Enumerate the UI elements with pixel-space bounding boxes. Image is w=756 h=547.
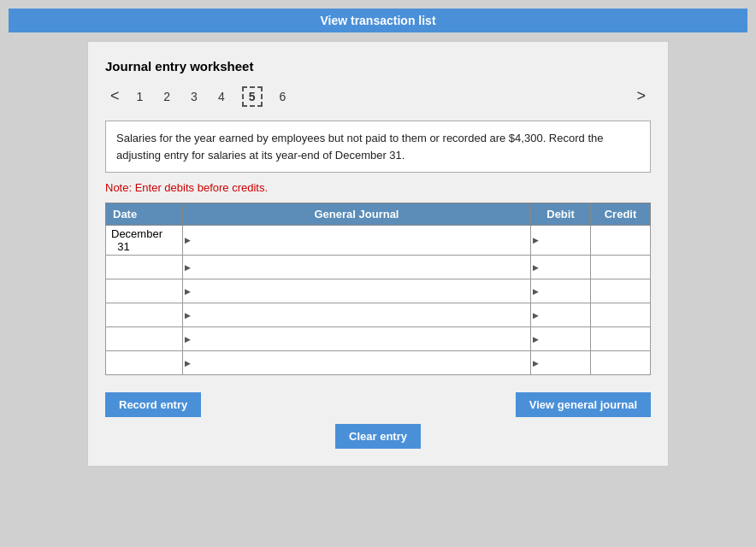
table-row — [106, 256, 651, 279]
journal-cell-4[interactable] — [183, 303, 531, 327]
col-header-debit: Debit — [531, 203, 591, 226]
debit-cell-6[interactable] — [531, 351, 591, 375]
journal-table: Date General Journal Debit Credit Decemb… — [105, 203, 651, 375]
debit-cell-5[interactable] — [531, 327, 591, 351]
journal-cell-5[interactable] — [183, 327, 531, 351]
description-box: Salaries for the year earned by employee… — [105, 121, 651, 173]
col-header-journal: General Journal — [183, 203, 531, 226]
bottom-buttons-area: Record entry View general journal Clear … — [105, 392, 651, 449]
date-cell-6[interactable] — [106, 351, 183, 375]
page-4[interactable]: 4 — [215, 88, 228, 105]
clear-entry-button[interactable]: Clear entry — [335, 424, 421, 449]
page-1[interactable]: 1 — [133, 88, 147, 105]
page-numbers: 1 2 3 4 5 6 — [133, 86, 290, 107]
pagination-row: < 1 2 3 4 5 6 > — [105, 85, 651, 107]
view-transaction-button[interactable]: View transaction list — [9, 9, 747, 32]
view-general-journal-button[interactable]: View general journal — [516, 392, 651, 417]
credit-cell-4[interactable] — [591, 303, 651, 327]
page-3[interactable]: 3 — [187, 88, 201, 105]
note-text: Note: Enter debits before credits. — [105, 181, 651, 194]
credit-cell-5[interactable] — [591, 327, 651, 351]
journal-cell-3[interactable] — [183, 279, 531, 303]
journal-cell-6[interactable] — [183, 351, 531, 375]
journal-cell-1[interactable] — [183, 226, 531, 256]
debit-cell-2[interactable] — [531, 256, 591, 279]
date-cell-4[interactable] — [106, 303, 183, 327]
worksheet-title: Journal entry worksheet — [105, 59, 651, 74]
table-row: December 31 — [106, 226, 651, 256]
credit-cell-3[interactable] — [591, 279, 651, 303]
credit-cell-6[interactable] — [591, 351, 651, 375]
debit-cell-3[interactable] — [531, 279, 591, 303]
col-header-credit: Credit — [591, 203, 651, 226]
page-2[interactable]: 2 — [160, 88, 174, 105]
table-row — [106, 303, 651, 327]
page-6[interactable]: 6 — [276, 88, 290, 105]
date-cell-5[interactable] — [106, 327, 183, 351]
date-cell-2[interactable] — [106, 256, 183, 279]
table-row — [106, 279, 651, 303]
record-entry-button[interactable]: Record entry — [105, 392, 201, 417]
date-cell-3[interactable] — [106, 279, 183, 303]
worksheet-container: Journal entry worksheet < 1 2 3 4 5 6 > … — [87, 41, 669, 467]
page-5[interactable]: 5 — [242, 86, 263, 107]
debit-cell-4[interactable] — [531, 303, 591, 327]
date-cell-1[interactable]: December 31 — [106, 226, 183, 256]
credit-cell-1[interactable] — [591, 226, 651, 256]
debit-cell-1[interactable] — [531, 226, 591, 256]
table-row — [106, 327, 651, 351]
prev-page-arrow[interactable]: < — [105, 85, 125, 107]
journal-cell-2[interactable] — [183, 256, 531, 279]
col-header-date: Date — [106, 203, 183, 226]
credit-cell-2[interactable] — [591, 256, 651, 279]
next-page-arrow[interactable]: > — [631, 85, 651, 107]
table-row — [106, 351, 651, 375]
